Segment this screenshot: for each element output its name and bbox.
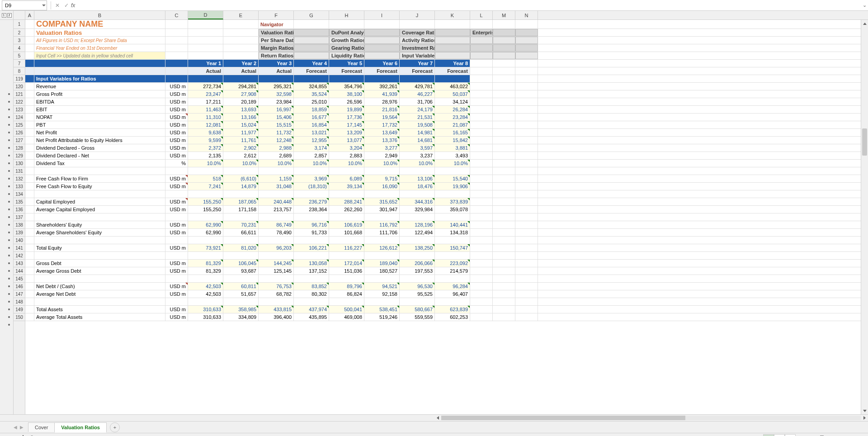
row-unit[interactable]: USD m xyxy=(165,129,188,136)
data-cell[interactable]: (18,310) xyxy=(294,183,329,190)
row-label[interactable]: Average Shareholders' Equity xyxy=(34,229,165,236)
company-title[interactable]: COMPANY NAME xyxy=(34,20,165,28)
cell[interactable] xyxy=(400,75,435,82)
cell[interactable] xyxy=(515,160,538,167)
cell[interactable] xyxy=(470,37,493,44)
nav-link[interactable] xyxy=(515,29,538,36)
row-label[interactable] xyxy=(34,275,165,282)
nav-link[interactable]: Liquidity Ratios xyxy=(329,52,364,59)
cell[interactable] xyxy=(364,167,400,175)
formula-expand-icon[interactable]: ⌄ xyxy=(861,2,868,8)
data-cell[interactable]: 602,253 xyxy=(435,313,470,321)
cell[interactable] xyxy=(435,20,470,28)
data-cell[interactable]: 26,284 xyxy=(435,106,470,113)
cell[interactable] xyxy=(25,298,34,305)
cell[interactable] xyxy=(515,114,538,121)
data-cell[interactable]: 359,078 xyxy=(435,206,470,213)
cell[interactable] xyxy=(470,221,493,228)
data-cell[interactable]: 2,372 xyxy=(188,144,223,152)
data-cell[interactable]: 580,667 xyxy=(400,306,435,313)
data-cell[interactable]: 155,250 xyxy=(188,206,223,213)
cell[interactable] xyxy=(400,20,435,28)
subheader[interactable]: Forecast xyxy=(400,67,435,75)
cell[interactable] xyxy=(25,152,34,159)
cell[interactable] xyxy=(25,283,34,290)
cell[interactable] xyxy=(470,306,493,313)
data-cell[interactable]: 16,997 xyxy=(259,106,294,113)
section-title[interactable]: Valuation Ratios xyxy=(34,29,165,36)
name-box[interactable]: D9 xyxy=(2,0,47,10)
cell[interactable] xyxy=(470,275,493,282)
row-label[interactable]: Average Total Assets xyxy=(34,313,165,321)
row-label[interactable]: NOPAT xyxy=(34,114,165,121)
row-unit[interactable] xyxy=(165,298,188,305)
data-cell[interactable]: 106,221 xyxy=(294,244,329,251)
nav-link[interactable] xyxy=(435,44,470,52)
data-cell[interactable]: 70,231 xyxy=(223,221,259,228)
row-unit[interactable]: USD m xyxy=(165,83,188,90)
data-cell[interactable]: 10.0% xyxy=(294,160,329,167)
data-cell[interactable]: 3,237 xyxy=(400,152,435,159)
data-cell[interactable]: 10.0% xyxy=(259,160,294,167)
row-header-122[interactable]: 122 xyxy=(14,98,25,106)
outline-dot[interactable] xyxy=(8,293,10,295)
nav-link[interactable] xyxy=(364,44,400,52)
cell[interactable] xyxy=(515,298,538,305)
cell[interactable] xyxy=(329,167,364,175)
row-unit[interactable]: USD m xyxy=(165,198,188,205)
data-cell[interactable]: 13,693 xyxy=(223,106,259,113)
data-cell[interactable]: 122,494 xyxy=(400,229,435,236)
add-sheet-button[interactable]: + xyxy=(110,422,120,432)
subheader[interactable]: Forecast xyxy=(364,67,400,75)
data-cell[interactable]: 15,024 xyxy=(223,121,259,128)
cell[interactable] xyxy=(329,298,364,305)
nav-link[interactable] xyxy=(364,52,400,59)
data-cell[interactable]: 315,652 xyxy=(364,198,400,205)
cell[interactable] xyxy=(259,237,294,244)
cell[interactable] xyxy=(223,213,259,221)
nav-link[interactable]: DuPont Analysis xyxy=(329,29,364,36)
cell[interactable] xyxy=(25,206,34,213)
row-header-136[interactable]: 136 xyxy=(14,206,25,213)
cell[interactable] xyxy=(470,67,493,75)
row-header-128[interactable]: 128 xyxy=(14,144,25,152)
col-header-N[interactable]: N xyxy=(515,11,538,19)
data-cell[interactable]: 96,716 xyxy=(294,221,329,228)
cell[interactable] xyxy=(470,83,493,90)
cell[interactable] xyxy=(470,183,493,190)
cell[interactable] xyxy=(515,90,538,98)
cell[interactable] xyxy=(364,298,400,305)
row-unit[interactable]: USD m xyxy=(165,137,188,144)
data-cell[interactable]: 66,611 xyxy=(223,229,259,236)
data-cell[interactable]: 23,284 xyxy=(435,114,470,121)
row-header-130[interactable]: 130 xyxy=(14,160,25,167)
cell[interactable] xyxy=(515,44,538,52)
cell[interactable] xyxy=(493,167,515,175)
cell[interactable] xyxy=(25,137,34,144)
year-header[interactable]: Year 4 xyxy=(294,60,329,67)
cell[interactable] xyxy=(25,20,34,28)
cell[interactable] xyxy=(515,213,538,221)
row-header-2[interactable]: 2 xyxy=(14,29,25,37)
data-cell[interactable]: 17,145 xyxy=(329,121,364,128)
nav-link[interactable]: Activity Ratios xyxy=(400,37,435,44)
data-cell[interactable]: 81,329 xyxy=(188,267,223,275)
data-cell[interactable]: 81,329 xyxy=(188,260,223,267)
data-cell[interactable]: 294,281 xyxy=(223,83,259,90)
data-cell[interactable]: 197,553 xyxy=(400,267,435,275)
cell[interactable] xyxy=(25,213,34,221)
cell[interactable] xyxy=(294,190,329,198)
cell[interactable] xyxy=(165,60,188,67)
nav-link[interactable]: Investment Ratios xyxy=(400,44,435,52)
horizontal-scrollbar[interactable] xyxy=(441,416,861,420)
cell[interactable] xyxy=(493,237,515,244)
cell[interactable] xyxy=(223,275,259,282)
year-header[interactable]: Year 5 xyxy=(329,60,364,67)
row-unit[interactable]: USD m xyxy=(165,313,188,321)
row-label[interactable]: EBITDA xyxy=(34,98,165,105)
data-cell[interactable]: 19,899 xyxy=(329,106,364,113)
row-label[interactable]: Free Cash Flow to Firm xyxy=(34,175,165,182)
data-cell[interactable]: 13,166 xyxy=(223,114,259,121)
data-cell[interactable]: 3,969 xyxy=(294,175,329,182)
row-unit[interactable]: USD m xyxy=(165,221,188,228)
